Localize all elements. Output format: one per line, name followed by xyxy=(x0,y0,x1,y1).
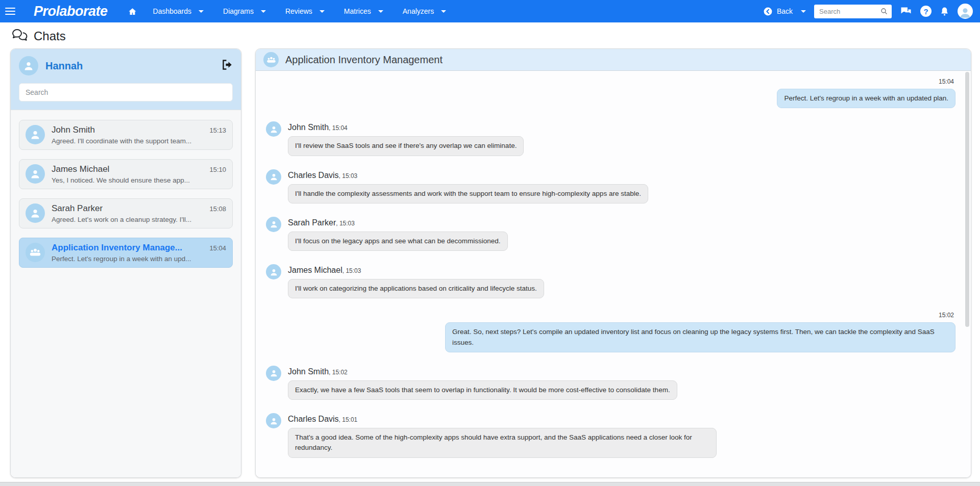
page-bottom-strip xyxy=(0,482,980,486)
message: 15:03 Sarah Parker15:03 I'll focus on th… xyxy=(266,217,955,251)
sender-avatar xyxy=(266,264,281,279)
message-sender: John Smith xyxy=(288,123,329,132)
main-navigation: Dashboards Diagrams Reviews Matrices Ana… xyxy=(153,7,447,15)
nav-item-reviews[interactable]: Reviews xyxy=(285,7,325,15)
nav-item-label: Analyzers xyxy=(403,7,434,15)
conversation-title: Application Inventory Management xyxy=(285,54,443,66)
message-time-inline: 15:03 xyxy=(336,220,355,227)
chats-sidebar: Hannah John Smith 15:13 Agreed. I'll coo… xyxy=(10,48,241,478)
message-bubble: Great. So, next steps? Let's compile an … xyxy=(445,322,955,352)
sender-avatar xyxy=(266,366,281,381)
current-user-name: Hannah xyxy=(45,60,83,72)
message-time-inline: 15:03 xyxy=(339,172,358,180)
chat-name: Application Inventory Manage... xyxy=(52,243,182,253)
back-chevron-down-icon[interactable] xyxy=(801,10,806,13)
message-time: 15:02 xyxy=(266,312,954,319)
chat-name: John Smith xyxy=(52,125,95,135)
back-label: Back xyxy=(777,7,793,15)
page-title: Chats xyxy=(34,29,66,43)
message-bubble: I'll review the SaaS tools and see if th… xyxy=(288,136,524,156)
chat-name: Sarah Parker xyxy=(52,203,103,214)
chat-preview: Yes, I noticed. We should ensure these a… xyxy=(52,176,226,184)
chat-list-item[interactable]: James Michael 15:10 Yes, I noticed. We s… xyxy=(19,159,233,189)
message: 15:04 15:04 Perfect. Let's regroup in a … xyxy=(266,78,955,108)
chevron-down-icon[interactable] xyxy=(199,10,204,13)
chat-preview: Agreed. I'll coordinate with the support… xyxy=(52,137,226,145)
scrollbar[interactable] xyxy=(965,72,970,476)
message-sender: Charles Davis xyxy=(288,171,339,180)
messages-icon[interactable] xyxy=(900,5,912,17)
sender-avatar xyxy=(266,169,281,185)
nav-item-label: Matrices xyxy=(344,7,371,15)
chat-preview: Perfect. Let's regroup in a week with an… xyxy=(52,255,226,263)
message-time-inline: 15:01 xyxy=(339,416,358,423)
message-time-inline: 15:02 xyxy=(329,369,348,376)
app-logo[interactable]: Prolaborate xyxy=(34,4,108,19)
chat-preview: Agreed. Let's work on a cleanup strategy… xyxy=(52,216,226,223)
message: 15:03 Charles Davis15:03 I'll handle the… xyxy=(266,169,955,203)
bell-icon[interactable] xyxy=(940,7,949,16)
chat-avatar xyxy=(26,125,45,144)
message-bubble: Exactly, we have a few SaaS tools that s… xyxy=(288,380,677,400)
sidebar-header: Hannah xyxy=(11,49,241,110)
person-avatar-icon xyxy=(29,207,41,219)
chat-list-item[interactable]: Sarah Parker 15:08 Agreed. Let's work on… xyxy=(19,198,233,228)
search-icon[interactable] xyxy=(880,7,888,17)
message: 15:02 John Smith15:02 Exactly, we have a… xyxy=(266,366,955,400)
chat-avatar xyxy=(26,164,45,184)
conversation-header: Application Inventory Management xyxy=(256,49,971,71)
page-title-row: Chats xyxy=(0,22,980,48)
chat-list-item[interactable]: John Smith 15:13 Agreed. I'll coordinate… xyxy=(19,120,233,150)
sign-out-icon[interactable] xyxy=(220,59,233,73)
message-sender: John Smith xyxy=(288,367,329,376)
sender-avatar xyxy=(266,217,281,232)
sender-avatar xyxy=(266,413,281,428)
chevron-down-icon[interactable] xyxy=(320,10,325,13)
nav-item-label: Diagrams xyxy=(223,7,254,15)
chats-title-icon xyxy=(11,28,29,44)
chevron-down-icon[interactable] xyxy=(261,10,266,13)
chevron-down-icon[interactable] xyxy=(441,10,446,13)
message-time-inline: 15:03 xyxy=(342,267,361,274)
message-bubble: I'll focus on the legacy apps and see wh… xyxy=(288,232,508,251)
message: 15:02 15:02 Great. So, next steps? Let's… xyxy=(266,312,955,352)
chat-timestamp: 15:08 xyxy=(204,205,226,213)
group-avatar-icon xyxy=(263,52,279,67)
help-icon[interactable]: ? xyxy=(920,6,932,17)
chat-search-input[interactable] xyxy=(19,83,233,101)
message-bubble: I'll handle the complexity assessments a… xyxy=(288,184,648,203)
current-user-avatar xyxy=(19,56,38,75)
top-navbar: Prolaborate Dashboards Diagrams Reviews … xyxy=(0,0,980,22)
chat-avatar xyxy=(26,243,45,262)
person-avatar-icon xyxy=(29,168,41,180)
nav-item-label: Dashboards xyxy=(153,7,192,15)
chat-timestamp: 15:04 xyxy=(204,244,226,252)
message: 15:01 Charles Davis15:01 That's a good i… xyxy=(266,413,955,458)
message-time-inline: 15:04 xyxy=(329,124,348,132)
conversation-panel: Application Inventory Management 15:04 1… xyxy=(255,48,971,478)
nav-item-label: Reviews xyxy=(285,7,312,15)
message-bubble: That's a good idea. Some of the high-com… xyxy=(288,428,717,458)
back-button[interactable]: Back xyxy=(763,7,793,16)
message-bubble: I'll work on categorizing the applicatio… xyxy=(288,279,544,298)
hamburger-menu-icon[interactable] xyxy=(5,8,15,15)
chevron-down-icon[interactable] xyxy=(378,10,383,13)
chat-list-item[interactable]: Application Inventory Manage... 15:04 Pe… xyxy=(19,238,233,268)
scrollbar-thumb[interactable] xyxy=(965,72,969,327)
message: 15:03 James Michael15:03 I'll work on ca… xyxy=(266,264,955,298)
chat-name: James Michael xyxy=(52,164,109,174)
user-avatar[interactable] xyxy=(958,4,973,19)
navbar-right-cluster: Back ? xyxy=(763,4,973,19)
global-search xyxy=(814,5,892,18)
home-icon[interactable] xyxy=(128,7,137,16)
nav-item-analyzers[interactable]: Analyzers xyxy=(403,7,446,15)
message-sender: Sarah Parker xyxy=(288,218,336,227)
sender-avatar xyxy=(266,121,281,137)
nav-item-matrices[interactable]: Matrices xyxy=(344,7,383,15)
message-sender: Charles Davis xyxy=(288,415,339,423)
message-bubble: Perfect. Let's regroup in a week with an… xyxy=(777,89,955,108)
nav-item-dashboards[interactable]: Dashboards xyxy=(153,7,204,15)
nav-item-diagrams[interactable]: Diagrams xyxy=(223,7,266,15)
message-area: 15:04 15:04 Perfect. Let's regroup in a … xyxy=(256,71,971,477)
back-circle-arrow-icon xyxy=(763,7,773,16)
